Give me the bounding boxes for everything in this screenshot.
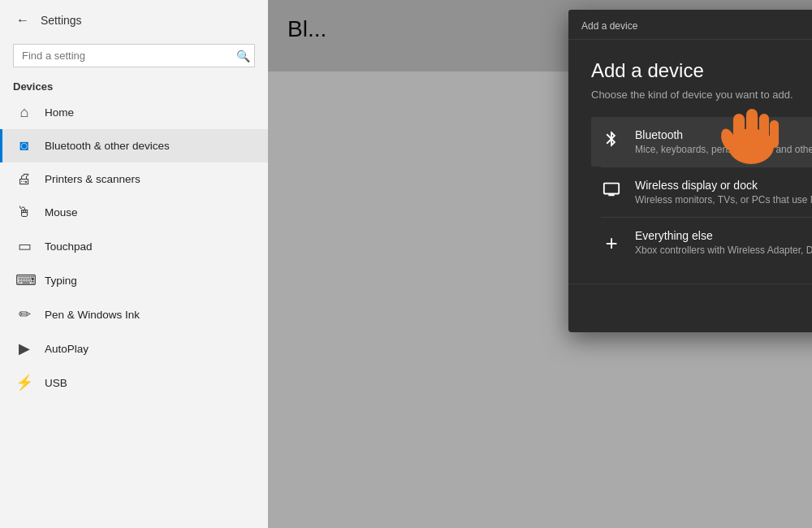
wireless-display-icon xyxy=(601,180,622,203)
dialog-main-title: Add a device xyxy=(591,59,812,82)
dialog-titlebar: Add a device ✕ xyxy=(568,10,812,40)
dialog-footer: Cancel xyxy=(568,283,812,332)
nav-label-printers: Printers & scanners xyxy=(45,173,140,185)
nav-label-usb: USB xyxy=(45,377,67,389)
everything-option-desc: Xbox controllers with Wireless Adapter, … xyxy=(635,245,812,256)
nav-label-pen: Pen & Windows Ink xyxy=(45,309,140,321)
bluetooth-device-icon xyxy=(601,130,622,153)
nav-label-typing: Typing xyxy=(45,275,77,287)
settings-title: Settings xyxy=(41,14,82,27)
wireless-option-title: Wireless display or dock xyxy=(635,179,812,192)
wireless-option-desc: Wireless monitors, TVs, or PCs that use … xyxy=(635,194,812,206)
bluetooth-icon: ◙ xyxy=(15,137,33,154)
sidebar: ← Settings 🔍 Devices ⌂ Home ◙ Bluetooth … xyxy=(0,0,268,528)
bluetooth-option-text: Bluetooth Mice, keyboards, pens, or audi… xyxy=(635,128,812,155)
dialog-subtitle: Choose the kind of device you want to ad… xyxy=(591,89,812,101)
nav-item-printers[interactable]: 🖨 Printers & scanners xyxy=(0,162,268,196)
nav-item-autoplay[interactable]: ▶ AutoPlay xyxy=(0,331,268,366)
search-icon-button[interactable]: 🔍 xyxy=(236,50,250,63)
printers-icon: 🖨 xyxy=(15,171,33,188)
bluetooth-option-desc: Mice, keyboards, pens, or audio and othe… xyxy=(635,144,812,155)
home-icon: ⌂ xyxy=(15,104,33,121)
nav-item-bluetooth[interactable]: ◙ Bluetooth & other devices xyxy=(0,129,268,162)
typing-icon: ⌨ xyxy=(15,271,33,289)
nav-label-bluetooth: Bluetooth & other devices xyxy=(45,140,170,152)
autoplay-icon: ▶ xyxy=(15,340,33,357)
sidebar-header: ← Settings xyxy=(0,0,268,41)
everything-option-text: Everything else Xbox controllers with Wi… xyxy=(635,229,812,256)
device-option-wireless[interactable]: Wireless display or dock Wireless monito… xyxy=(591,167,812,217)
search-box-container: 🔍 xyxy=(13,44,255,67)
nav-label-touchpad: Touchpad xyxy=(45,240,93,253)
mouse-icon: 🖱 xyxy=(15,204,33,221)
devices-heading: Devices xyxy=(0,74,268,96)
nav-label-autoplay: AutoPlay xyxy=(45,343,89,355)
back-button[interactable]: ← xyxy=(13,10,32,31)
nav-item-mouse[interactable]: 🖱 Mouse xyxy=(0,196,268,229)
wireless-option-text: Wireless display or dock Wireless monito… xyxy=(635,179,812,206)
nav-item-touchpad[interactable]: ▭ Touchpad xyxy=(0,229,268,263)
dialog-body: Add a device Choose the kind of device y… xyxy=(568,40,812,283)
nav-item-home[interactable]: ⌂ Home xyxy=(0,96,268,129)
everything-else-icon: + xyxy=(601,231,622,256)
usb-icon: ⚡ xyxy=(15,374,33,392)
add-device-dialog: Add a device ✕ Add a device Choose the k… xyxy=(568,10,812,332)
dialog-title-text: Add a device xyxy=(581,20,637,32)
everything-option-title: Everything else xyxy=(635,229,812,242)
nav-label-home: Home xyxy=(45,106,74,119)
pen-icon: ✏ xyxy=(15,305,33,323)
nav-item-typing[interactable]: ⌨ Typing xyxy=(0,263,268,297)
search-input[interactable] xyxy=(13,44,255,67)
nav-item-pen[interactable]: ✏ Pen & Windows Ink xyxy=(0,297,268,331)
touchpad-icon: ▭ xyxy=(15,237,33,255)
nav-label-mouse: Mouse xyxy=(45,206,78,219)
bluetooth-option-title: Bluetooth xyxy=(635,128,812,141)
device-option-everything[interactable]: + Everything else Xbox controllers with … xyxy=(591,218,812,267)
device-option-bluetooth[interactable]: Bluetooth Mice, keyboards, pens, or audi… xyxy=(591,117,812,167)
nav-item-usb[interactable]: ⚡ USB xyxy=(0,366,268,400)
